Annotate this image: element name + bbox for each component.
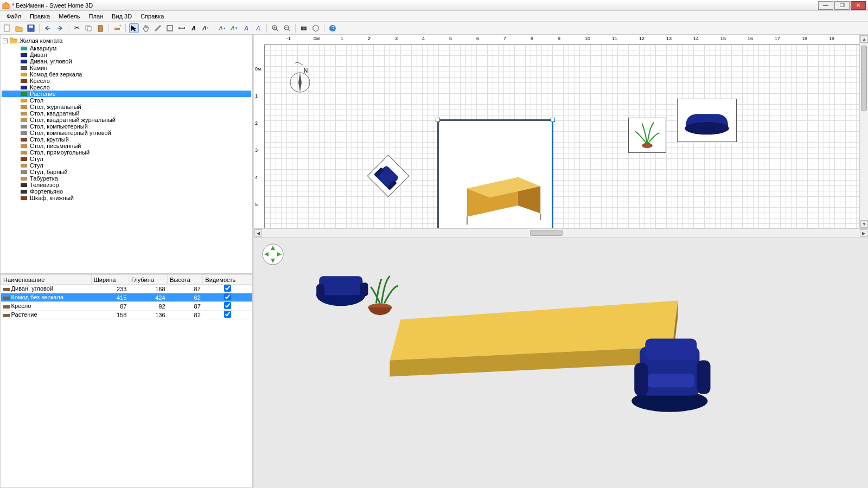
col-name[interactable]: Наименование: [1, 275, 92, 285]
table-row[interactable]: Диван, угловой23316887: [1, 285, 252, 293]
expand-icon[interactable]: −: [3, 38, 8, 43]
undo-icon[interactable]: [43, 23, 53, 33]
text-italic-icon[interactable]: A: [253, 23, 263, 33]
new-file-icon[interactable]: [2, 23, 12, 33]
plan-scrollbar-horizontal[interactable]: ◀ ▶: [254, 228, 868, 237]
col-visible[interactable]: Видимость: [203, 275, 252, 285]
catalog-item[interactable]: Стол, компьютерный: [2, 123, 251, 130]
scroll-down-icon[interactable]: ▼: [860, 220, 868, 228]
open-file-icon[interactable]: [14, 23, 24, 33]
plan-item[interactable]: [438, 120, 552, 234]
text-plus-icon[interactable]: A+: [201, 23, 210, 33]
catalog-item[interactable]: Кресло: [2, 84, 251, 91]
furniture-table[interactable]: Наименование Ширина Глубина Высота Видим…: [0, 274, 253, 488]
menu-help[interactable]: Справка: [136, 12, 168, 21]
col-width[interactable]: Ширина: [91, 275, 129, 285]
catalog-item[interactable]: Стул, барный: [2, 169, 251, 175]
catalog-item[interactable]: Диван, угловой: [2, 58, 251, 65]
catalog-item[interactable]: Стол, квадратный журнальный: [2, 117, 251, 123]
save-icon[interactable]: [26, 23, 36, 33]
plan-grid[interactable]: N: [265, 44, 859, 228]
scroll-up-icon[interactable]: ▲: [860, 35, 868, 43]
visibility-checkbox[interactable]: [224, 302, 231, 309]
visibility-checkbox[interactable]: [224, 285, 231, 292]
catalog-item[interactable]: Диван: [2, 52, 251, 58]
plan-item[interactable]: [367, 155, 410, 197]
catalog-item[interactable]: Аквариум: [2, 45, 251, 52]
catalog-item[interactable]: Стол: [2, 97, 251, 104]
catalog-item[interactable]: Стол, квадратный: [2, 110, 251, 117]
dimension-tool-icon[interactable]: [177, 23, 187, 33]
scroll-thumb-h[interactable]: [530, 230, 563, 236]
view3d-icon[interactable]: [311, 23, 321, 33]
selection-handle[interactable]: [436, 118, 440, 122]
zoom-out-icon[interactable]: [282, 23, 292, 33]
catalog-item[interactable]: Табуретка: [2, 175, 251, 182]
paste-icon[interactable]: [95, 23, 105, 33]
cut-icon[interactable]: ✂: [72, 23, 81, 33]
plan-item[interactable]: [628, 118, 666, 153]
visibility-checkbox[interactable]: [224, 311, 231, 318]
help-icon[interactable]: ?: [328, 23, 337, 33]
text-tool-icon[interactable]: A: [189, 23, 199, 33]
select-tool-icon[interactable]: [129, 23, 139, 33]
plan-view[interactable]: -10м12345678910111213141516171819 0м1234…: [254, 35, 868, 238]
catalog-item[interactable]: Телевизор: [2, 182, 251, 188]
menu-file[interactable]: Файл: [2, 12, 25, 21]
col-depth[interactable]: Глубина: [129, 275, 167, 285]
table-row[interactable]: Кресло879287: [1, 302, 252, 311]
catalog-item[interactable]: Стол, прямоугольный: [2, 149, 251, 156]
table-row[interactable]: Комод без зеркала41542462: [1, 293, 252, 302]
zoom-in-icon[interactable]: [270, 23, 280, 33]
catalog-root-label[interactable]: Жилая комната: [20, 37, 62, 44]
room-tool-icon[interactable]: [165, 23, 175, 33]
plan-scrollbar-vertical[interactable]: ▲ ▼: [859, 35, 868, 228]
catalog-item[interactable]: Стол, круглый: [2, 136, 251, 143]
cell-visible[interactable]: [203, 311, 252, 319]
text-size-up-icon[interactable]: A▲: [218, 23, 227, 33]
menu-furniture[interactable]: Мебель: [54, 12, 84, 21]
cell-visible[interactable]: [203, 293, 252, 302]
furniture-catalog[interactable]: −Жилая комнатаАквариумДиванДиван, углово…: [0, 35, 253, 274]
redo-icon[interactable]: [55, 23, 65, 33]
selection-handle[interactable]: [551, 118, 555, 122]
text-bold-icon[interactable]: A: [241, 23, 251, 33]
cell-visible[interactable]: [203, 285, 252, 293]
nav-3d-icon[interactable]: [262, 243, 284, 265]
catalog-item[interactable]: Стул: [2, 162, 251, 169]
table-row[interactable]: Растение15813682: [1, 311, 252, 319]
scroll-thumb-v[interactable]: [861, 46, 867, 111]
add-furniture-icon[interactable]: +: [112, 23, 122, 33]
wall-tool-icon[interactable]: [153, 23, 163, 33]
catalog-item[interactable]: Фортепьяно: [2, 188, 251, 195]
catalog-item[interactable]: Кресло: [2, 78, 251, 84]
catalog-item[interactable]: Стол, журнальный: [2, 104, 251, 110]
catalog-item[interactable]: Стул: [2, 156, 251, 162]
close-button[interactable]: ✕: [851, 1, 866, 10]
catalog-item[interactable]: Стол, компьютерный угловой: [2, 130, 251, 136]
catalog-item[interactable]: Растение: [2, 91, 251, 97]
svg-rect-23: [21, 99, 27, 102]
menu-plan[interactable]: План: [85, 12, 108, 21]
view-3d[interactable]: [254, 238, 868, 488]
plan-item[interactable]: [677, 99, 737, 142]
menu-edit[interactable]: Правка: [25, 12, 54, 21]
text-size-down-icon[interactable]: A▼: [229, 23, 239, 33]
catalog-item[interactable]: Стол, письменный: [2, 143, 251, 149]
minimize-button[interactable]: —: [818, 1, 833, 10]
scroll-left-icon[interactable]: ◀: [254, 229, 262, 237]
catalog-item[interactable]: Шкаф, книжный: [2, 195, 251, 201]
scroll-right-icon[interactable]: ▶: [860, 229, 867, 237]
furniture-icon: [20, 175, 28, 182]
catalog-item[interactable]: Камин: [2, 65, 251, 71]
ruler-tick: 6: [476, 36, 479, 41]
col-height[interactable]: Высота: [168, 275, 203, 285]
copy-icon[interactable]: [84, 23, 93, 33]
visibility-checkbox[interactable]: [224, 293, 231, 300]
cell-visible[interactable]: [203, 302, 252, 311]
pan-tool-icon[interactable]: [141, 23, 151, 33]
camera-icon[interactable]: [299, 23, 309, 33]
catalog-item[interactable]: Комод без зеркала: [2, 71, 251, 78]
menu-view3d[interactable]: Вид 3D: [107, 12, 136, 21]
maximize-button[interactable]: ❐: [834, 1, 850, 10]
